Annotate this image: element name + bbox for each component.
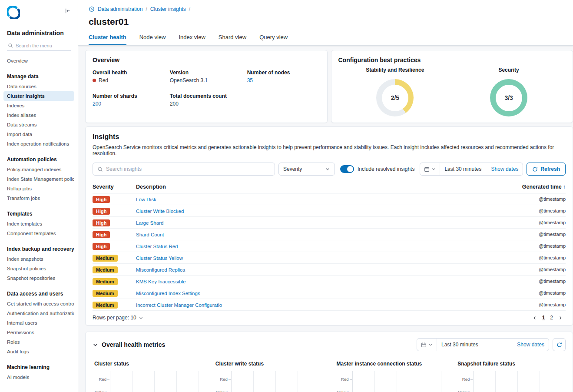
insight-description-link[interactable]: KMS Key Inaccessible <box>136 279 185 284</box>
sidebar-item[interactable]: Snapshot repositories <box>3 273 74 283</box>
chevron-down-icon <box>325 166 330 172</box>
sidebar-item[interactable]: Index aliases <box>3 110 74 120</box>
sidebar-search-input[interactable] <box>16 43 70 48</box>
sidebar-item[interactable]: Internal users <box>3 318 74 328</box>
severity-badge: High <box>93 208 110 215</box>
insights-title: Insights <box>93 133 566 141</box>
sidebar-item[interactable]: Transform jobs <box>3 193 74 203</box>
overview-panel: Overview Overall health Red Version Open… <box>85 50 328 123</box>
refresh-icon-button[interactable] <box>553 338 566 351</box>
overview-field: Number of shards 200 <box>93 93 166 107</box>
calendar-dropdown-button[interactable] <box>420 163 440 175</box>
sidebar-section-header: Manage data <box>3 71 74 82</box>
insight-description-link[interactable]: Shard Count <box>136 232 164 237</box>
collapse-sidebar-icon[interactable] <box>65 8 71 14</box>
time-range-label[interactable]: Last 30 minutes <box>437 342 513 348</box>
content: Overview Overall health Red Version Open… <box>78 46 573 392</box>
sidebar-item[interactable]: Index snapshots <box>3 254 74 264</box>
y-axis-labels: Red Yellow Green <box>214 371 231 392</box>
overview-field-value[interactable]: 200 <box>170 101 243 107</box>
sidebar-item[interactable]: Index templates <box>3 219 74 229</box>
column-header-generated-time[interactable]: Generated time↑ <box>500 184 566 190</box>
sidebar-item[interactable]: Authentication and authorization <box>3 309 74 318</box>
column-header-description[interactable]: Description <box>136 184 500 190</box>
sidebar-item[interactable]: Overview <box>3 56 74 66</box>
sidebar-item[interactable]: Index operation notifications <box>3 139 74 149</box>
search-icon <box>8 43 13 48</box>
table-row: Medium Misconfigured Index Settings @tim… <box>93 287 566 299</box>
collapse-section-icon[interactable] <box>93 342 98 348</box>
tab[interactable]: Index view <box>179 34 205 45</box>
insight-description-link[interactable]: Misconfigured Replica <box>136 267 185 272</box>
sidebar-item[interactable]: Rollup jobs <box>3 184 74 193</box>
calendar-dropdown-button[interactable] <box>417 339 437 351</box>
breadcrumb-link[interactable]: Cluster insights <box>150 6 190 12</box>
insight-description-link[interactable]: Misconfigured Index Settings <box>136 291 200 296</box>
tab[interactable]: Query view <box>259 34 288 45</box>
severity-badge: High <box>93 196 110 203</box>
refresh-button[interactable]: Refresh <box>527 163 566 176</box>
time-range-label[interactable]: Last 30 minutes <box>440 166 487 172</box>
insight-generated-time: @timestamp <box>500 267 566 272</box>
insight-description-link[interactable]: Cluster Write Blocked <box>136 209 184 214</box>
table-row: High Shard Count @timestamp <box>93 229 566 240</box>
tab[interactable]: Shard view <box>219 34 246 45</box>
breadcrumb-link[interactable]: Data administration <box>98 6 147 12</box>
tab[interactable]: Cluster health <box>89 34 126 45</box>
sidebar-item[interactable]: Permissions <box>3 328 74 337</box>
next-page-button[interactable] <box>558 316 563 320</box>
pagination: 1 2 <box>532 315 563 321</box>
show-dates-link[interactable]: Show dates <box>487 166 523 172</box>
insight-description-link[interactable]: Incorrect Cluster Manager Configuratio <box>136 302 222 308</box>
insight-generated-time: @timestamp <box>500 255 566 260</box>
sidebar-item[interactable]: Snapshot policies <box>3 264 74 273</box>
sidebar-search[interactable] <box>7 41 71 51</box>
sidebar-item[interactable]: Policy-managed indexes <box>3 165 74 174</box>
prev-page-button[interactable] <box>532 316 537 320</box>
sidebar-item[interactable]: Get started with access control <box>3 299 74 309</box>
insight-description-link[interactable]: Low Disk <box>136 197 156 202</box>
insight-generated-time: @timestamp <box>500 232 566 237</box>
status-charts: Cluster status Red Yellow Green <box>93 361 566 392</box>
column-header-severity[interactable]: Severity <box>93 184 136 190</box>
overview-field-value[interactable]: 200 <box>93 101 166 107</box>
overview-field-value[interactable]: Red <box>93 77 166 83</box>
sidebar-item[interactable]: AI models <box>3 372 74 382</box>
chart-plot-area <box>352 371 445 392</box>
opensearch-logo-icon[interactable] <box>7 6 20 19</box>
insights-search-input[interactable] <box>106 166 270 172</box>
sort-ascending-icon: ↑ <box>563 184 566 190</box>
rows-per-page-button[interactable]: Rows per page: 10 <box>93 315 143 321</box>
insight-description-link[interactable]: Cluster Status Yellow <box>136 256 183 261</box>
show-dates-link[interactable]: Show dates <box>513 342 549 348</box>
sidebar-item[interactable]: Component templates <box>3 229 74 238</box>
table-row: Medium KMS Key Inaccessible @timestamp <box>93 276 566 287</box>
metrics-section-title: Overall health metrics <box>102 341 165 348</box>
best-practices-panel: Configuration best practices Stability a… <box>331 50 573 123</box>
sidebar-item[interactable]: Data sources <box>3 82 74 91</box>
sidebar: Data administration Overview Manage data… <box>0 0 78 392</box>
insights-table: Severity Description Generated time↑ Hig… <box>93 181 566 311</box>
overview-field-value[interactable]: 35 <box>247 77 320 83</box>
overview-field-value[interactable]: OpenSearch 3.1 <box>170 77 243 83</box>
sidebar-item[interactable]: Audit logs <box>3 347 74 356</box>
chart-plot-area <box>110 371 202 392</box>
insights-controls: Severity Include resolved insights <box>93 163 566 176</box>
sidebar-item[interactable]: Index State Management policies <box>3 174 74 184</box>
page-number-button[interactable]: 2 <box>550 315 553 321</box>
sidebar-item[interactable]: Data streams <box>3 120 74 130</box>
sidebar-item[interactable]: Roles <box>3 337 74 347</box>
insight-generated-time: @timestamp <box>500 220 566 225</box>
severity-filter-select[interactable]: Severity <box>278 163 335 176</box>
best-practices-title: Configuration best practices <box>338 56 566 63</box>
insight-description-link[interactable]: Large Shard <box>136 220 163 226</box>
page-number-button[interactable]: 1 <box>542 315 545 321</box>
recently-viewed-clock-icon[interactable] <box>89 6 95 12</box>
insights-search[interactable] <box>93 163 275 176</box>
sidebar-item[interactable]: Indexes <box>3 101 74 110</box>
sidebar-item[interactable]: Cluster insights <box>3 91 74 101</box>
sidebar-item[interactable]: Import data <box>3 130 74 139</box>
include-resolved-toggle[interactable] <box>340 165 354 173</box>
tab[interactable]: Node view <box>139 34 166 45</box>
insight-description-link[interactable]: Cluster Status Red <box>136 244 178 249</box>
